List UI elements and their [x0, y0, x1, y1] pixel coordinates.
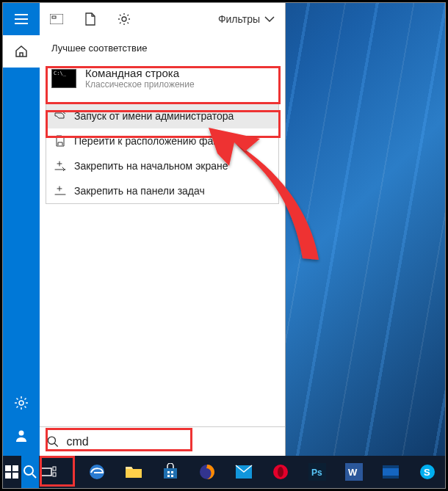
pin-start-icon	[54, 161, 67, 171]
taskbar-app-store[interactable]	[153, 456, 188, 488]
svg-rect-31	[383, 465, 399, 468]
context-menu: Запуск от имени администратора Перейти к…	[46, 103, 279, 204]
task-view-button[interactable]	[39, 456, 57, 488]
svg-rect-8	[12, 465, 18, 471]
best-match-result[interactable]: Командная строка Классическое приложение	[46, 61, 279, 95]
taskbar-app-mail[interactable]	[226, 456, 261, 488]
best-match-title: Командная строка	[85, 67, 195, 79]
apps-scope-icon[interactable]	[40, 3, 73, 35]
taskbar-app-opera[interactable]	[263, 456, 298, 488]
user-account-icon[interactable]	[3, 419, 40, 451]
svg-rect-20	[167, 475, 170, 477]
taskbar-search-button[interactable]	[21, 456, 40, 488]
hamburger-icon[interactable]	[3, 3, 40, 35]
svg-line-6	[54, 443, 58, 446]
taskbar-app-word[interactable]: W	[336, 456, 372, 488]
svg-point-5	[48, 437, 55, 444]
svg-point-4	[122, 17, 126, 21]
svg-rect-18	[167, 471, 170, 473]
context-pin-taskbar[interactable]: Закрепить на панели задач	[46, 178, 278, 203]
taskbar-pinned-apps: Ps W S	[79, 456, 445, 488]
svg-point-11	[24, 466, 33, 475]
search-icon	[47, 435, 59, 448]
settings-gear-icon[interactable]	[3, 387, 40, 419]
context-item-label: Закрепить на начальном экране	[74, 160, 228, 172]
taskbar: Ps W S	[3, 456, 445, 488]
svg-line-12	[32, 474, 36, 478]
svg-text:W: W	[348, 467, 358, 478]
taskbar-app-edge[interactable]	[79, 456, 115, 488]
filters-dropdown[interactable]: Фильтры	[218, 13, 285, 25]
context-item-label: Закрепить на панели задач	[74, 185, 205, 197]
search-panel-toolbar: Фильтры	[40, 3, 285, 35]
filters-label: Фильтры	[218, 13, 260, 25]
pin-taskbar-icon	[54, 186, 67, 196]
svg-rect-15	[53, 473, 56, 476]
svg-rect-9	[5, 473, 11, 479]
svg-rect-3	[52, 16, 56, 18]
svg-rect-14	[53, 467, 56, 470]
taskbar-app-explorer[interactable]	[116, 456, 151, 488]
shield-icon	[54, 110, 67, 122]
start-button[interactable]	[3, 456, 21, 488]
svg-rect-7	[5, 465, 11, 471]
search-results-panel: Фильтры Лучшее соответствие Командная ст…	[40, 3, 286, 456]
taskbar-app-skype[interactable]: S	[410, 456, 445, 488]
context-run-as-admin[interactable]: Запуск от имени администратора	[46, 103, 278, 128]
documents-scope-icon[interactable]	[73, 3, 107, 35]
context-item-label: Запуск от имени администратора	[74, 110, 234, 122]
taskbar-app-video[interactable]	[373, 456, 408, 488]
settings-scope-icon[interactable]	[107, 3, 141, 35]
context-item-label: Перейти к расположению файла	[74, 135, 231, 147]
svg-point-25	[278, 467, 283, 477]
svg-rect-17	[164, 468, 177, 479]
chevron-down-icon	[264, 16, 275, 22]
svg-rect-32	[383, 476, 399, 479]
context-open-location[interactable]: Перейти к расположению файла	[46, 128, 278, 153]
svg-text:Ps: Ps	[311, 468, 322, 478]
home-icon[interactable]	[3, 35, 40, 68]
svg-point-1	[19, 431, 24, 436]
svg-rect-13	[41, 468, 51, 476]
cmd-icon	[51, 69, 76, 88]
svg-rect-10	[12, 473, 18, 479]
taskbar-app-photoshop[interactable]: Ps	[300, 456, 335, 488]
best-match-subtitle: Классическое приложение	[85, 79, 195, 90]
search-input[interactable]	[66, 435, 278, 448]
start-left-rail	[3, 3, 40, 456]
taskbar-app-firefox[interactable]	[189, 456, 225, 488]
svg-text:S: S	[424, 467, 430, 478]
context-pin-start[interactable]: Закрепить на начальном экране	[46, 153, 278, 178]
search-box[interactable]	[40, 426, 285, 456]
svg-rect-2	[50, 14, 63, 24]
svg-point-0	[19, 401, 24, 405]
folder-icon	[54, 135, 67, 147]
best-match-section-label: Лучшее соответствие	[40, 35, 285, 59]
svg-rect-19	[171, 471, 173, 473]
svg-rect-21	[171, 475, 173, 477]
